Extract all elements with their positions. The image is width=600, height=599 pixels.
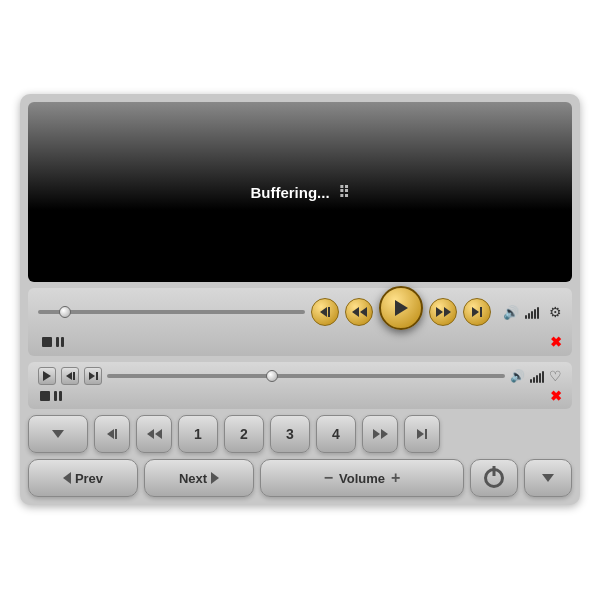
fast-forward-button[interactable]	[429, 298, 457, 326]
vol-bar-3	[531, 311, 533, 319]
track-skip-start-icon	[107, 429, 117, 439]
track-skip-end-button[interactable]	[404, 415, 440, 453]
video-screen: Buffering... ⠿	[28, 102, 572, 282]
bottom-dropdown-button[interactable]	[524, 459, 572, 497]
seek-bar[interactable]	[38, 310, 305, 314]
next-button[interactable]: Next	[144, 459, 254, 497]
play-tiny-button[interactable]	[38, 367, 56, 385]
stop-button[interactable]	[42, 337, 52, 347]
seek-thumb[interactable]	[59, 306, 71, 318]
stop-pause-row: ✖	[38, 334, 562, 350]
power-button[interactable]	[470, 459, 518, 497]
power-icon	[484, 468, 504, 488]
secondary-volume-icon: 🔊	[510, 369, 525, 383]
vol-bar-5	[537, 307, 539, 319]
secondary-seek-thumb[interactable]	[266, 370, 278, 382]
bottom-dropdown-icon	[542, 474, 554, 482]
skip-end-tiny-icon	[89, 372, 98, 380]
next-label: Next	[179, 471, 207, 486]
spinner-icon: ⠿	[338, 183, 350, 202]
track-1-label: 1	[194, 426, 202, 442]
pause-button[interactable]	[56, 337, 64, 347]
equalizer-icon[interactable]: ⚙	[549, 304, 562, 320]
vol-bar-4	[534, 309, 536, 319]
skip-to-end-button[interactable]	[463, 298, 491, 326]
close-icon[interactable]: ✖	[550, 334, 562, 350]
secondary-controls-bar: 🔊 ♡ ✖	[28, 362, 572, 409]
track-3-label: 3	[286, 426, 294, 442]
seek-bar-container	[38, 310, 305, 314]
track-skip-end-icon	[417, 429, 427, 439]
prev-icon	[63, 472, 71, 484]
play-tiny-icon	[43, 371, 51, 381]
track-4-button[interactable]: 4	[316, 415, 356, 453]
volume-plus-icon[interactable]: +	[391, 469, 400, 487]
buffering-text: Buffering...	[250, 184, 329, 201]
volume-control-button[interactable]: − Volume +	[260, 459, 464, 497]
prev-button[interactable]: Prev	[28, 459, 138, 497]
skip-end-tiny-button[interactable]	[84, 367, 102, 385]
track-2-button[interactable]: 2	[224, 415, 264, 453]
rewind-icon	[352, 307, 367, 317]
track-1-button[interactable]: 1	[178, 415, 218, 453]
buffering-indicator: Buffering... ⠿	[250, 183, 349, 202]
track-skip-start-button[interactable]	[94, 415, 130, 453]
bottom-row: Prev Next − Volume +	[28, 459, 572, 497]
main-controls-row: 🔊 ⚙	[38, 294, 562, 330]
secondary-close-icon[interactable]: ✖	[550, 388, 562, 404]
track-2-label: 2	[240, 426, 248, 442]
secondary-controls-row: 🔊 ♡	[38, 367, 562, 385]
channel-dropdown-button[interactable]	[28, 415, 88, 453]
main-controls-bar: 🔊 ⚙ ✖	[28, 288, 572, 356]
track-ff-button[interactable]	[362, 415, 398, 453]
secondary-pause-button[interactable]	[54, 391, 62, 401]
skip-start-tiny-icon	[66, 372, 75, 380]
play-icon	[395, 300, 408, 316]
track-buttons-row: 1 2 3 4	[28, 415, 572, 453]
volume-minus-icon[interactable]: −	[324, 469, 333, 487]
track-rewind-button[interactable]	[136, 415, 172, 453]
next-icon	[211, 472, 219, 484]
skip-to-start-button[interactable]	[311, 298, 339, 326]
track-3-button[interactable]: 3	[270, 415, 310, 453]
media-player: Buffering... ⠿	[20, 94, 580, 505]
rewind-button[interactable]	[345, 298, 373, 326]
secondary-volume-bars	[530, 369, 544, 383]
skip-end-icon	[472, 307, 482, 317]
skip-start-icon	[320, 307, 330, 317]
volume-bars	[525, 305, 539, 319]
vol-bar-1	[525, 315, 527, 319]
play-button[interactable]	[379, 286, 423, 330]
dropdown-arrow-icon	[52, 430, 64, 438]
prev-label: Prev	[75, 471, 103, 486]
track-4-label: 4	[332, 426, 340, 442]
volume-icon: 🔊	[503, 305, 519, 320]
secondary-seek-bar[interactable]	[107, 374, 505, 378]
track-ff-icon	[373, 429, 388, 439]
skip-start-tiny-button[interactable]	[61, 367, 79, 385]
vol-bar-2	[528, 313, 530, 319]
favorite-icon[interactable]: ♡	[549, 368, 562, 384]
secondary-stop-pause-row: ✖	[38, 388, 562, 404]
volume-label: Volume	[339, 471, 385, 486]
fast-forward-icon	[436, 307, 451, 317]
secondary-stop-button[interactable]	[40, 391, 50, 401]
track-rewind-icon	[147, 429, 162, 439]
